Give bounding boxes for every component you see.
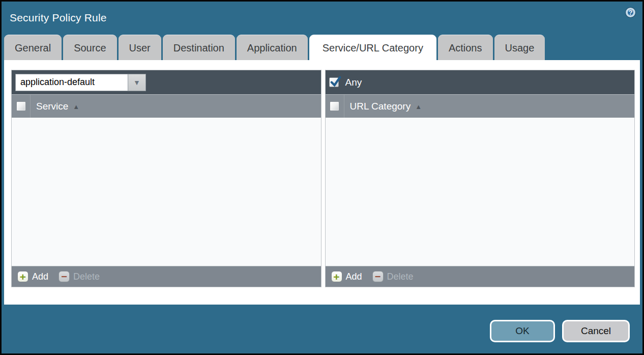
- chevron-down-icon: ▼: [133, 79, 140, 86]
- tab-source[interactable]: Source: [63, 35, 116, 60]
- url-category-add-button[interactable]: + Add: [331, 271, 362, 282]
- service-type-input[interactable]: [15, 74, 128, 91]
- url-category-panel-header: Any: [326, 70, 635, 94]
- tab-application[interactable]: Application: [237, 35, 308, 60]
- question-mark-glyph: ?: [629, 9, 633, 16]
- help-icon[interactable]: ?: [626, 8, 635, 17]
- service-column-header[interactable]: Service ▲: [31, 95, 79, 118]
- url-category-panel: Any URL Category ▲ + Add − Dele: [325, 70, 635, 287]
- plus-icon: +: [331, 271, 342, 282]
- any-label: Any: [345, 77, 362, 88]
- url-category-select-all-cell: [326, 95, 344, 118]
- dialog-title: Security Policy Rule: [10, 12, 107, 24]
- url-category-list: [326, 118, 635, 266]
- service-select-all-checkbox[interactable]: [16, 101, 26, 111]
- url-category-column-header[interactable]: URL Category ▲: [344, 95, 422, 118]
- title-bar: Security Policy Rule ?: [2, 2, 642, 34]
- tab-bar: General Source User Destination Applicat…: [2, 34, 642, 60]
- url-category-column-label: URL Category: [350, 101, 411, 112]
- url-category-panel-footer: + Add − Delete: [326, 266, 635, 287]
- tab-actions[interactable]: Actions: [438, 35, 493, 60]
- tab-content: ▼ Service ▲ + Add −: [4, 60, 640, 305]
- url-category-delete-button[interactable]: − Delete: [372, 271, 414, 282]
- security-policy-rule-dialog: Security Policy Rule ? General Source Us…: [0, 0, 644, 355]
- any-checkbox[interactable]: [329, 77, 339, 87]
- url-category-delete-label: Delete: [387, 271, 414, 282]
- url-category-select-all-checkbox[interactable]: [330, 101, 339, 111]
- service-add-button[interactable]: + Add: [17, 271, 48, 282]
- service-panel: ▼ Service ▲ + Add −: [11, 70, 321, 287]
- service-panel-footer: + Add − Delete: [12, 266, 321, 287]
- service-type-dropdown[interactable]: ▼: [15, 74, 146, 91]
- url-category-add-label: Add: [346, 271, 362, 282]
- checkmark-icon: [330, 76, 341, 88]
- tab-destination[interactable]: Destination: [163, 35, 235, 60]
- url-category-column-header-row: URL Category ▲: [326, 94, 635, 118]
- plus-icon: +: [17, 271, 28, 282]
- ok-button[interactable]: OK: [490, 320, 555, 342]
- tab-service-url-category[interactable]: Service/URL Category: [309, 35, 436, 60]
- sort-ascending-icon: ▲: [73, 103, 79, 111]
- service-column-header-row: Service ▲: [12, 94, 321, 118]
- tab-usage[interactable]: Usage: [494, 35, 545, 60]
- service-column-label: Service: [36, 101, 68, 112]
- service-delete-button[interactable]: − Delete: [58, 271, 100, 282]
- tab-general[interactable]: General: [4, 35, 62, 60]
- service-type-dropdown-button[interactable]: ▼: [128, 74, 146, 91]
- service-select-all-cell: [12, 95, 31, 118]
- minus-icon: −: [58, 271, 70, 282]
- cancel-button[interactable]: Cancel: [562, 320, 630, 342]
- service-add-label: Add: [32, 271, 48, 282]
- service-delete-label: Delete: [73, 271, 100, 282]
- service-panel-header: ▼: [12, 70, 321, 94]
- service-list: [12, 118, 321, 266]
- dialog-footer: OK Cancel: [2, 320, 642, 342]
- minus-icon: −: [372, 271, 384, 282]
- tab-user[interactable]: User: [119, 35, 161, 60]
- sort-ascending-icon: ▲: [415, 103, 422, 111]
